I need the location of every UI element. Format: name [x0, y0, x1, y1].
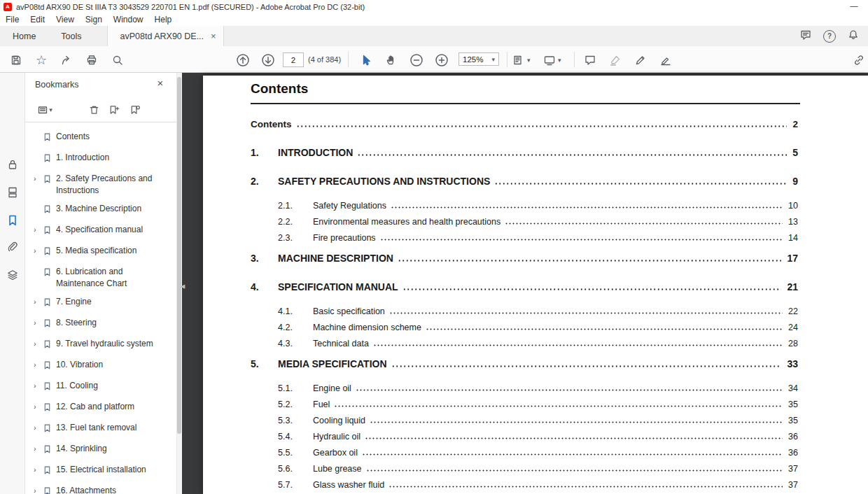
bookmark-item[interactable]: › 9. Travel hydraulic system: [25, 334, 172, 355]
expand-bookmarks-icon[interactable]: [126, 101, 143, 118]
search-icon[interactable]: [108, 51, 127, 69]
chevron-right-icon[interactable]: ›: [34, 173, 43, 185]
bookmark-item[interactable]: › 2. Safety Precautions and Instructions: [25, 169, 172, 199]
bookmark-item[interactable]: 3. Machine Description: [25, 199, 172, 220]
page-thumbnails-icon[interactable]: [4, 183, 22, 202]
toc-entry[interactable]: 4.3. Technical data 28: [251, 336, 798, 352]
print-icon[interactable]: [83, 51, 101, 69]
bookmark-item[interactable]: 1. Introduction: [25, 148, 172, 169]
toc-entry[interactable]: 5.3. Cooling liquid 35: [251, 413, 798, 429]
chevron-right-icon[interactable]: ›: [34, 401, 43, 413]
notifications-bell-icon[interactable]: [847, 29, 860, 44]
toc-entry[interactable]: 5. MEDIA SPECIFICATION 33: [251, 355, 798, 373]
bookmark-item[interactable]: › 13. Fuel tank removal: [25, 418, 172, 439]
chevron-right-icon[interactable]: ›: [34, 296, 43, 308]
chevron-right-icon[interactable]: ›: [34, 422, 43, 434]
next-page-icon[interactable]: [259, 51, 277, 69]
tab-document[interactable]: avP08td ARX90 DE... ×: [107, 26, 224, 46]
chevron-right-icon[interactable]: ›: [34, 464, 43, 476]
close-tab-icon[interactable]: ×: [211, 31, 216, 41]
chevron-right-icon[interactable]: ›: [34, 224, 43, 236]
menu-view[interactable]: View: [50, 15, 80, 24]
toc-entry[interactable]: 5.5. Gearbox oil 36: [251, 445, 798, 461]
delete-bookmark-icon[interactable]: [85, 101, 102, 118]
toc-entry[interactable]: 5.7. Glass washer fluid 37: [251, 477, 798, 493]
toc-entry[interactable]: 4.1. Basic specification 22: [251, 304, 798, 320]
chevron-right-icon[interactable]: ›: [34, 338, 43, 350]
bookmark-item[interactable]: › 15. Electrical installation: [25, 460, 172, 481]
layers-icon[interactable]: [4, 266, 22, 284]
bookmark-item[interactable]: › 14. Sprinkling: [25, 439, 172, 460]
panel-scrollbar-thumb[interactable]: [177, 77, 181, 434]
reading-mode-dropdown[interactable]: ▾: [543, 51, 561, 69]
chevron-right-icon[interactable]: ›: [34, 380, 43, 392]
collapse-panel-icon[interactable]: ◂: [178, 277, 187, 294]
menu-sign[interactable]: Sign: [80, 15, 108, 24]
chevron-right-icon[interactable]: ›: [34, 485, 43, 494]
bookmark-item[interactable]: › 12. Cab and platform: [25, 397, 172, 418]
toc-entry[interactable]: 3. MACHINE DESCRIPTION 17: [251, 249, 798, 267]
minimize-button[interactable]: —: [844, 0, 864, 13]
bookmark-item[interactable]: Contents: [25, 127, 172, 148]
add-comment-icon[interactable]: [581, 51, 599, 69]
menu-help[interactable]: Help: [149, 15, 178, 24]
comments-icon[interactable]: [799, 29, 812, 44]
tab-home[interactable]: Home: [0, 26, 48, 46]
bookmark-item[interactable]: › 4. Specification manual: [25, 220, 172, 241]
chevron-right-icon[interactable]: ›: [34, 443, 43, 455]
page-number-input[interactable]: 2: [283, 52, 304, 67]
chevron-right-icon[interactable]: ›: [34, 317, 43, 329]
toc-entry[interactable]: 5.6. Lube grease 37: [251, 461, 798, 477]
help-icon[interactable]: ?: [823, 30, 836, 43]
fill-sign-icon[interactable]: [657, 51, 675, 69]
zoom-in-icon[interactable]: [433, 51, 451, 69]
bookmark-item[interactable]: › 16. Attachments: [25, 481, 172, 494]
sign-pen-icon[interactable]: [631, 51, 650, 69]
highlight-tool-icon[interactable]: [606, 51, 624, 69]
share-link-icon[interactable]: [850, 51, 868, 69]
menu-edit[interactable]: Edit: [24, 15, 50, 24]
previous-page-icon[interactable]: [234, 51, 252, 69]
toc-entry[interactable]: 4.2. Machine dimension scheme 24: [251, 320, 798, 336]
toc-entry[interactable]: 2.3. Fire precautions 14: [251, 230, 798, 246]
close-panel-icon[interactable]: ×: [154, 77, 167, 90]
bookmark-item[interactable]: › 10. Vibration: [25, 355, 172, 376]
toc-entry[interactable]: 2. SAFETY PRECAUTIONS AND INSTRUCTIONS 9: [251, 172, 798, 190]
security-lock-icon[interactable]: [4, 155, 22, 174]
hand-tool-icon[interactable]: [382, 51, 400, 69]
toc-entry[interactable]: 5.4. Hydraulic oil 36: [251, 429, 798, 445]
attachments-paperclip-icon[interactable]: [4, 238, 22, 256]
favorites-star-icon[interactable]: ☆: [32, 51, 50, 69]
bookmark-item[interactable]: 6. Lubrication and Maintenance Chart: [25, 262, 172, 292]
toc-entry[interactable]: 2.2. Environmental measures and health p…: [251, 214, 798, 230]
titlebar: A avP08td ARX90 DE St IIIA T3 3043529 22…: [0, 0, 868, 13]
tab-tools[interactable]: Tools: [48, 26, 94, 46]
toc-entry[interactable]: 4. SPECIFICATION MANUAL 21: [251, 278, 798, 296]
toc-title: Fire precautions: [313, 230, 376, 246]
bookmark-item[interactable]: › 11. Cooling: [25, 376, 172, 397]
tabbar: Home Tools avP08td ARX90 DE... × ?: [0, 26, 868, 46]
toc-entry[interactable]: Contents 2: [251, 116, 798, 133]
share-icon[interactable]: [57, 51, 76, 69]
toc-title: Gearbox oil: [313, 445, 358, 461]
bookmark-options-icon[interactable]: ▾: [32, 101, 57, 118]
toc-entry[interactable]: 1. INTRODUCTION 5: [251, 143, 798, 162]
chevron-right-icon[interactable]: ›: [34, 359, 43, 371]
menu-window[interactable]: Window: [108, 15, 149, 24]
chevron-right-icon[interactable]: ›: [34, 245, 43, 257]
bookmark-item[interactable]: › 5. Media specification: [25, 241, 172, 262]
menu-file[interactable]: File: [0, 15, 24, 24]
toc-entry[interactable]: 5.2. Fuel 35: [251, 397, 798, 413]
page-display-dropdown[interactable]: ▾: [512, 51, 531, 69]
bookmark-item[interactable]: › 7. Engine: [25, 292, 172, 313]
bookmarks-panel-icon[interactable]: [4, 211, 22, 230]
save-icon[interactable]: [7, 51, 25, 69]
select-tool-icon[interactable]: [357, 51, 375, 69]
pdf-page[interactable]: Contents Contents 2 1. INTRODUCTION 5 2.…: [203, 76, 868, 494]
zoom-level-dropdown[interactable]: 125% ▾: [458, 52, 499, 66]
new-bookmark-icon[interactable]: [105, 101, 122, 118]
toc-entry[interactable]: 2.1. Safety Regulations 10: [251, 198, 798, 214]
zoom-out-icon[interactable]: [407, 51, 426, 69]
toc-entry[interactable]: 5.1. Engine oil 34: [251, 381, 798, 397]
bookmark-item[interactable]: › 8. Steering: [25, 313, 172, 334]
